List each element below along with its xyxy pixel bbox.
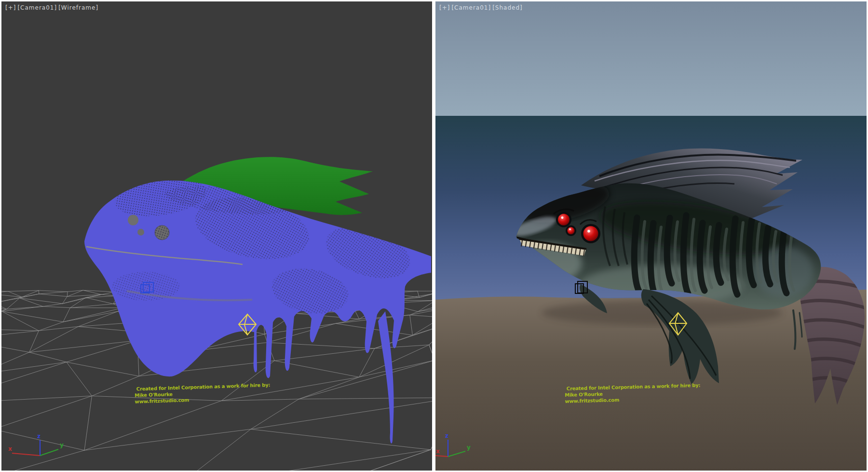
viewport-label: [+][Camera01][Wireframe] xyxy=(5,4,100,11)
world-axis-gizmo: x z y xyxy=(5,432,73,469)
viewport-menu-general[interactable]: [+] xyxy=(5,4,16,11)
fish-eye xyxy=(568,227,575,235)
watermark-text: Created for Intel Corporation as a work … xyxy=(565,382,710,404)
viewport-split-view: [+][Camera01][Wireframe] Created for Int… xyxy=(0,0,868,472)
viewport-label: [+][Camera01][Shaded] xyxy=(439,4,524,11)
fish-eye xyxy=(128,215,138,225)
sky-background xyxy=(435,1,867,116)
tail-strand xyxy=(378,311,394,444)
axis-z-label: z xyxy=(37,433,41,440)
axis-y-label: y xyxy=(467,444,471,451)
fish-eye xyxy=(137,229,144,236)
axis-z-label: z xyxy=(445,432,448,439)
viewport-menu-camera[interactable]: [Camera01] xyxy=(451,4,491,11)
viewport-menu-camera[interactable]: [Camera01] xyxy=(17,4,57,11)
viewport-menu-general[interactable]: [+] xyxy=(439,4,450,11)
fish-eye xyxy=(558,214,570,225)
viewport-right-shaded[interactable]: [+][Camera01][Shaded] Created for Intel … xyxy=(435,1,867,471)
viewport-menu-shading[interactable]: [Shaded] xyxy=(492,4,523,11)
axis-x-label: x xyxy=(8,445,12,452)
fish-eye xyxy=(583,226,598,241)
world-axis-gizmo: x z y xyxy=(435,430,493,469)
axis-x-label: x xyxy=(436,448,440,455)
viewport-left-wireframe[interactable]: [+][Camera01][Wireframe] Created for Int… xyxy=(1,1,432,471)
axis-y-label: y xyxy=(60,442,64,448)
viewport-menu-shading[interactable]: [Wireframe] xyxy=(58,4,98,11)
